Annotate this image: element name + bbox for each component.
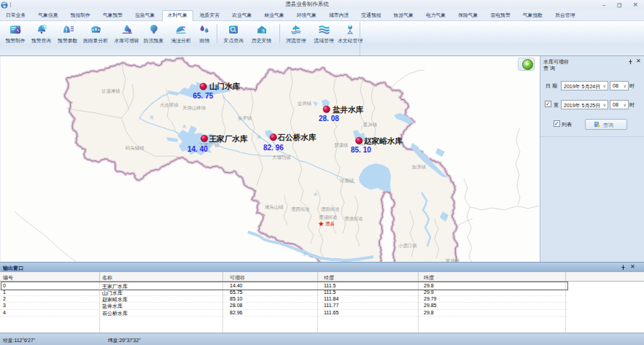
svg-text:城头山镇: 城头山镇 <box>265 204 284 209</box>
svg-text:14. 40: 14. 40 <box>187 145 208 153</box>
svg-text:澧县: 澧县 <box>325 221 335 226</box>
svg-text:28. 08: 28. 08 <box>319 115 339 123</box>
svg-text:梦溪镇: 梦溪镇 <box>334 142 349 148</box>
svg-text:大堰垱镇: 大堰垱镇 <box>272 155 291 160</box>
svg-text:澧澹街道: 澧澹街道 <box>344 216 363 222</box>
svg-text:★: ★ <box>318 220 325 228</box>
svg-text:甘溪滩镇: 甘溪滩镇 <box>101 88 120 94</box>
svg-text:水: 水 <box>313 192 318 196</box>
svg-text:水: 水 <box>302 252 307 256</box>
svg-text:金罗镇: 金罗镇 <box>238 115 252 121</box>
svg-text:65. 75: 65. 75 <box>193 92 214 100</box>
svg-text:火连坡镇: 火连坡镇 <box>160 102 179 108</box>
svg-text:涔: 涔 <box>150 115 154 120</box>
svg-text:澧阳街道: 澧阳街道 <box>321 206 340 212</box>
svg-text:赵家峪水库: 赵家峪水库 <box>363 136 403 145</box>
svg-text:石公桥水库: 石公桥水库 <box>277 133 317 142</box>
svg-text:码头铺镇: 码头铺镇 <box>125 145 144 151</box>
svg-text:天供山林场: 天供山林场 <box>182 105 206 111</box>
svg-text:如东镇: 如东镇 <box>412 164 427 170</box>
svg-text:85. 10: 85. 10 <box>351 146 371 154</box>
svg-text:王家厂水库: 王家厂水库 <box>209 134 248 143</box>
svg-text:山门水库: 山门水库 <box>209 82 241 90</box>
svg-text:涔南镇: 涔南镇 <box>340 178 354 184</box>
svg-text:涔: 涔 <box>257 135 261 140</box>
svg-text:澧西街道: 澧西街道 <box>291 206 310 212</box>
svg-text:82. 96: 82. 96 <box>263 144 284 152</box>
svg-text:盐井水库: 盐井水库 <box>333 105 364 114</box>
svg-text:复兴镇: 复兴镇 <box>363 122 378 128</box>
svg-text:盐井镇: 盐井镇 <box>298 101 312 106</box>
svg-text:水: 水 <box>182 124 187 128</box>
svg-text:小渡口镇: 小渡口镇 <box>398 243 417 249</box>
